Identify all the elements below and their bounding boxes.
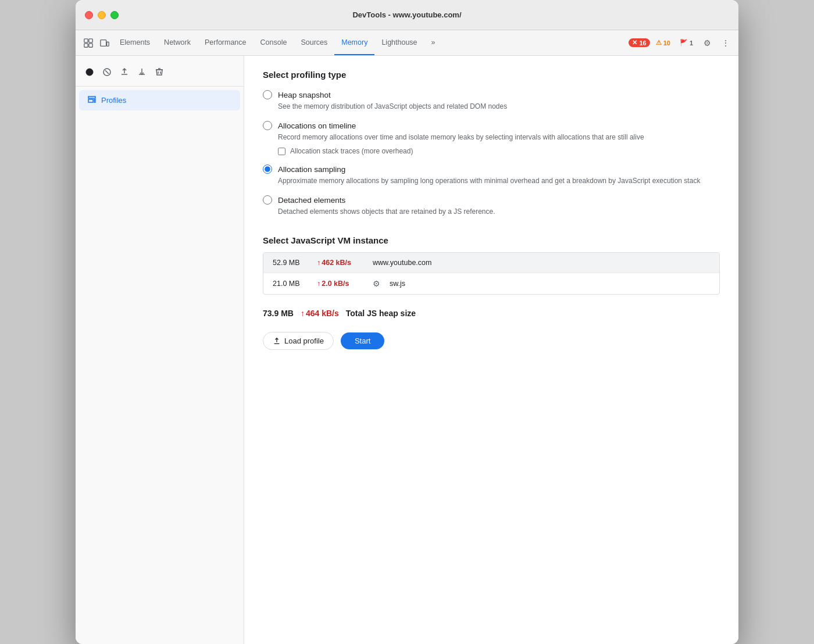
- vm2-rate-value: 2.0 kB/s: [322, 280, 349, 288]
- tab-console[interactable]: Console: [254, 30, 294, 55]
- heap-size: 73.9 MB: [263, 309, 294, 318]
- detached-elements-radio[interactable]: [263, 195, 272, 205]
- svg-rect-2: [84, 43, 88, 46]
- vm-section-title: Select JavaScript VM instance: [263, 235, 720, 245]
- close-button[interactable]: [85, 11, 93, 19]
- vm2-gear-icon: ⚙: [373, 279, 380, 288]
- heap-snapshot-option: Heap snapshot See the memory distributio…: [263, 90, 720, 112]
- tab-sources[interactable]: Sources: [294, 30, 334, 55]
- vm-table: 52.9 MB ↑ 462 kB/s www.youtube.com 21.0 …: [263, 252, 720, 295]
- heap-summary: 73.9 MB ↑ 464 kB/s Total JS heap size: [263, 304, 720, 323]
- allocation-sampling-text: Allocation sampling: [278, 165, 345, 174]
- allocations-timeline-text: Allocations on timeline: [278, 121, 356, 130]
- heap-label: Total JS heap size: [346, 309, 416, 318]
- vm2-arrow: ↑: [317, 280, 320, 288]
- allocations-timeline-option: Allocations on timeline Record memory al…: [263, 121, 720, 155]
- device-toggle-icon[interactable]: [97, 35, 113, 51]
- warning-badge[interactable]: ⚠ 10: [652, 38, 674, 47]
- sidebar-profiles-label: Profiles: [101, 96, 126, 105]
- sidebar-toolbar: [76, 60, 244, 87]
- svg-rect-5: [107, 42, 109, 46]
- heap-snapshot-radio[interactable]: [263, 90, 272, 99]
- profiling-options: Select profiling type Heap snapshot See …: [263, 70, 720, 217]
- main-content: Select profiling type Heap snapshot See …: [244, 56, 738, 644]
- svg-point-6: [86, 69, 93, 76]
- detached-elements-desc: Detached elements shows objects that are…: [278, 206, 720, 217]
- vm-row-1[interactable]: 52.9 MB ↑ 462 kB/s www.youtube.com: [263, 253, 719, 273]
- load-profile-button[interactable]: Load profile: [263, 332, 334, 350]
- vm2-size: 21.0 MB: [273, 280, 308, 288]
- download-icon[interactable]: [134, 64, 150, 80]
- profiles-icon: [87, 95, 97, 106]
- svg-rect-1: [89, 38, 92, 42]
- vm1-size: 52.9 MB: [273, 259, 308, 267]
- tab-lighthouse[interactable]: Lighthouse: [374, 30, 424, 55]
- info-icon: 🚩: [680, 39, 688, 46]
- heap-snapshot-text: Heap snapshot: [278, 91, 331, 99]
- vm1-arrow: ↑: [317, 259, 320, 267]
- heap-rate: ↑ 464 kB/s: [301, 309, 339, 318]
- allocation-sampling-option: Allocation sampling Approximate memory a…: [263, 164, 720, 186]
- settings-icon[interactable]: ⚙: [699, 35, 715, 51]
- allocations-timeline-radio[interactable]: [263, 121, 272, 130]
- tab-performance[interactable]: Performance: [198, 30, 254, 55]
- warning-icon: ⚠: [656, 39, 662, 46]
- svg-rect-4: [101, 40, 106, 46]
- upload-icon-btn: [273, 337, 281, 345]
- tab-memory[interactable]: Memory: [334, 30, 374, 55]
- vm2-name: sw.js: [390, 280, 405, 288]
- allocation-stack-traces-label[interactable]: Allocation stack traces (more overhead): [278, 147, 720, 155]
- allocations-timeline-desc: Record memory allocations over time and …: [278, 132, 720, 142]
- heap-rate-arrow: ↑: [301, 309, 305, 318]
- sidebar: Profiles: [76, 56, 244, 644]
- info-count: 1: [690, 40, 693, 46]
- error-icon: ✕: [632, 39, 637, 46]
- info-badge[interactable]: 🚩 1: [676, 38, 697, 47]
- vm1-rate: ↑ 462 kB/s: [317, 259, 363, 267]
- allocation-sampling-label[interactable]: Allocation sampling: [263, 164, 720, 174]
- heap-snapshot-label[interactable]: Heap snapshot: [263, 90, 720, 99]
- vm2-rate: ↑ 2.0 kB/s: [317, 280, 363, 288]
- start-button[interactable]: Start: [341, 332, 384, 349]
- vm-section: Select JavaScript VM instance 52.9 MB ↑ …: [263, 235, 720, 350]
- allocation-stack-traces-checkbox[interactable]: [278, 148, 285, 155]
- toolbar-actions: ✕ 16 ⚠ 10 🚩 1 ⚙ ⋮: [629, 35, 734, 51]
- sidebar-item-profiles[interactable]: Profiles: [79, 90, 240, 110]
- maximize-button[interactable]: [110, 11, 119, 19]
- allocation-sampling-radio[interactable]: [263, 164, 272, 174]
- traffic-lights: [85, 11, 119, 19]
- vm1-name: www.youtube.com: [373, 259, 431, 267]
- minimize-button[interactable]: [98, 11, 106, 19]
- detached-elements-option: Detached elements Detached elements show…: [263, 195, 720, 217]
- window-title: DevTools - www.youtube.com/: [352, 10, 461, 19]
- inspect-icon[interactable]: [80, 35, 97, 51]
- allocations-timeline-label[interactable]: Allocations on timeline: [263, 121, 720, 130]
- start-label: Start: [355, 337, 370, 345]
- svg-rect-0: [84, 38, 88, 42]
- record-button[interactable]: [81, 64, 98, 80]
- allocation-stack-traces-text: Allocation stack traces (more overhead): [290, 147, 413, 155]
- tab-network[interactable]: Network: [157, 30, 198, 55]
- titlebar: DevTools - www.youtube.com/: [76, 0, 738, 30]
- heap-snapshot-desc: See the memory distribution of JavaScrip…: [278, 101, 720, 112]
- collect-garbage-icon[interactable]: [151, 64, 167, 80]
- vm-row-2[interactable]: 21.0 MB ↑ 2.0 kB/s ⚙ sw.js: [263, 273, 719, 294]
- vm1-rate-value: 462 kB/s: [322, 259, 351, 267]
- heap-rate-value: 464 kB/s: [306, 309, 339, 318]
- warning-count: 10: [663, 40, 670, 46]
- tab-bar: Elements Network Performance Console Sou…: [80, 30, 629, 55]
- upload-icon[interactable]: [116, 64, 133, 80]
- devtools-body: Profiles Select profiling type Heap snap…: [76, 56, 738, 644]
- tab-more[interactable]: »: [424, 30, 442, 55]
- more-options-icon[interactable]: ⋮: [717, 35, 734, 51]
- load-profile-label: Load profile: [284, 337, 324, 345]
- devtools-window: DevTools - www.youtube.com/ Elements Net…: [76, 0, 738, 644]
- bottom-actions: Load profile Start: [263, 332, 720, 350]
- error-badge[interactable]: ✕ 16: [629, 38, 649, 47]
- toolbar: Elements Network Performance Console Sou…: [76, 30, 738, 56]
- detached-elements-label[interactable]: Detached elements: [263, 195, 720, 205]
- tab-elements[interactable]: Elements: [113, 30, 157, 55]
- svg-rect-3: [89, 43, 92, 46]
- select-profiling-title: Select profiling type: [263, 70, 720, 80]
- clear-button[interactable]: [99, 64, 115, 80]
